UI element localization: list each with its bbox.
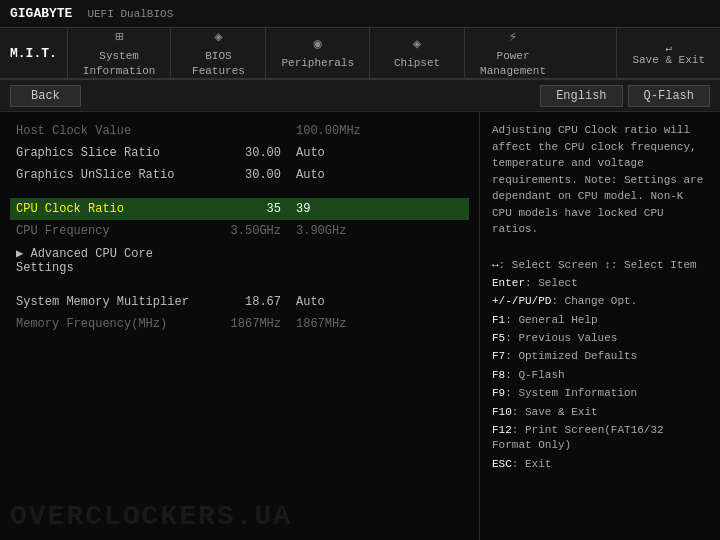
key-desc: : General Help bbox=[505, 314, 597, 326]
nav-bar: M.I.T. ⊞ SystemInformation ◈ BIOSFeature… bbox=[0, 28, 720, 80]
key-desc: : Select Screen ↕: Select Item bbox=[499, 259, 697, 271]
brand-subtitle: UEFI DualBIOS bbox=[87, 8, 173, 20]
setting-row-adv-cpu[interactable]: ▶ Advanced CPU Core Settings bbox=[10, 242, 469, 279]
setting-name-graphics-unslice: Graphics UnSlice Ratio bbox=[16, 168, 216, 182]
tab-save-exit[interactable]: ↵ Save & Exit bbox=[616, 28, 720, 78]
tab-bios-features-label: BIOSFeatures bbox=[192, 49, 245, 78]
key-help-item: ESC: Exit bbox=[492, 457, 708, 472]
setting-name-adv-cpu: ▶ Advanced CPU Core Settings bbox=[16, 246, 216, 275]
key-help-item: F5: Previous Values bbox=[492, 331, 708, 346]
key-desc: : Exit bbox=[512, 458, 552, 470]
watermark: OVERCLOCKERS.UA bbox=[10, 501, 292, 532]
settings-panel: Host Clock Value100.00MHzGraphics Slice … bbox=[0, 112, 480, 540]
key-help-item: F7: Optimized Defaults bbox=[492, 349, 708, 364]
top-bar: GIGABYTE UEFI DualBIOS bbox=[0, 0, 720, 28]
tab-peripherals-label: Peripherals bbox=[281, 56, 354, 70]
setting-row-graphics-unslice[interactable]: Graphics UnSlice Ratio30.00Auto bbox=[10, 164, 469, 186]
key-desc: : Print Screen(FAT16/32 Format Only) bbox=[492, 424, 664, 451]
tab-chipset-label: Chipset bbox=[394, 56, 440, 70]
system-info-icon: ⊞ bbox=[115, 28, 123, 46]
setting-row-cpu-clock-ratio[interactable]: CPU Clock Ratio3539 bbox=[10, 198, 469, 220]
help-panel: Adjusting CPU Clock ratio will affect th… bbox=[480, 112, 720, 540]
tab-chipset[interactable]: ◈ Chipset bbox=[369, 28, 464, 78]
tab-power-label: PowerManagement bbox=[480, 49, 546, 78]
save-exit-icon: ↵ bbox=[665, 41, 672, 54]
spacer-row bbox=[10, 279, 469, 291]
power-icon: ⚡ bbox=[509, 28, 517, 46]
setting-val1-graphics-slice: 30.00 bbox=[216, 146, 296, 160]
main-area: Host Clock Value100.00MHzGraphics Slice … bbox=[0, 112, 720, 540]
language-button[interactable]: English bbox=[540, 85, 622, 107]
setting-name-cpu-freq: CPU Frequency bbox=[16, 224, 216, 238]
key-help-item: F9: System Information bbox=[492, 386, 708, 401]
setting-name-mem-freq: Memory Frequency(MHz) bbox=[16, 317, 216, 331]
setting-val2-cpu-freq: 3.90GHz bbox=[296, 224, 376, 238]
key-desc: : Q-Flash bbox=[505, 369, 564, 381]
mit-label: M.I.T. bbox=[10, 46, 57, 61]
key-desc: : System Information bbox=[505, 387, 637, 399]
settings-list: Host Clock Value100.00MHzGraphics Slice … bbox=[10, 120, 469, 335]
key-label: ↔ bbox=[492, 259, 499, 271]
spacer-row bbox=[10, 186, 469, 198]
setting-row-graphics-slice[interactable]: Graphics Slice Ratio30.00Auto bbox=[10, 142, 469, 164]
key-label: F10 bbox=[492, 406, 512, 418]
key-label: F5 bbox=[492, 332, 505, 344]
key-desc: : Select bbox=[525, 277, 578, 289]
key-label: Enter bbox=[492, 277, 525, 289]
key-help-item: Enter: Select bbox=[492, 276, 708, 291]
setting-val1-cpu-freq: 3.50GHz bbox=[216, 224, 296, 238]
setting-val1-graphics-unslice: 30.00 bbox=[216, 168, 296, 182]
key-label: ESC bbox=[492, 458, 512, 470]
back-button[interactable]: Back bbox=[10, 85, 81, 107]
tab-power-mgmt[interactable]: ⚡ PowerManagement bbox=[464, 28, 561, 78]
tab-peripherals[interactable]: ◉ Peripherals bbox=[265, 28, 369, 78]
setting-val1-mem-freq: 1867MHz bbox=[216, 317, 296, 331]
nav-mit[interactable]: M.I.T. bbox=[0, 28, 67, 78]
tab-bios-features[interactable]: ◈ BIOSFeatures bbox=[170, 28, 265, 78]
key-desc: : Optimized Defaults bbox=[505, 350, 637, 362]
setting-val2-host-clock: 100.00MHz bbox=[296, 124, 376, 138]
key-help-item: F1: General Help bbox=[492, 313, 708, 328]
key-desc: : Save & Exit bbox=[512, 406, 598, 418]
key-help-item: F8: Q-Flash bbox=[492, 368, 708, 383]
help-description: Adjusting CPU Clock ratio will affect th… bbox=[492, 122, 708, 238]
key-help: ↔: Select Screen ↕: Select ItemEnter: Se… bbox=[492, 258, 708, 473]
key-label: F9 bbox=[492, 387, 505, 399]
setting-val2-mem-freq: 1867MHz bbox=[296, 317, 376, 331]
key-label: F7 bbox=[492, 350, 505, 362]
key-label: +/-/PU/PD bbox=[492, 295, 551, 307]
key-label: F1 bbox=[492, 314, 505, 326]
setting-row-mem-freq: Memory Frequency(MHz)1867MHz1867MHz bbox=[10, 313, 469, 335]
setting-val1-cpu-clock-ratio: 35 bbox=[216, 202, 296, 216]
setting-row-sys-mem-mult[interactable]: System Memory Multiplier18.67Auto bbox=[10, 291, 469, 313]
key-help-item: +/-/PU/PD: Change Opt. bbox=[492, 294, 708, 309]
action-bar: Back English Q-Flash bbox=[0, 80, 720, 112]
qflash-button[interactable]: Q-Flash bbox=[628, 85, 710, 107]
key-label: F8 bbox=[492, 369, 505, 381]
key-label: F12 bbox=[492, 424, 512, 436]
setting-val2-graphics-unslice: Auto bbox=[296, 168, 376, 182]
key-help-item: ↔: Select Screen ↕: Select Item bbox=[492, 258, 708, 273]
brand-name: GIGABYTE bbox=[10, 6, 72, 21]
setting-name-graphics-slice: Graphics Slice Ratio bbox=[16, 146, 216, 160]
setting-val1-sys-mem-mult: 18.67 bbox=[216, 295, 296, 309]
tab-system-info[interactable]: ⊞ SystemInformation bbox=[67, 28, 171, 78]
key-desc: : Previous Values bbox=[505, 332, 617, 344]
setting-val2-graphics-slice: Auto bbox=[296, 146, 376, 160]
tab-system-info-label: SystemInformation bbox=[83, 49, 156, 78]
setting-val2-sys-mem-mult: Auto bbox=[296, 295, 376, 309]
setting-name-cpu-clock-ratio: CPU Clock Ratio bbox=[16, 202, 216, 216]
setting-name-host-clock: Host Clock Value bbox=[16, 124, 216, 138]
key-help-item: F12: Print Screen(FAT16/32 Format Only) bbox=[492, 423, 708, 454]
key-desc: : Change Opt. bbox=[551, 295, 637, 307]
tab-save-exit-label: Save & Exit bbox=[632, 54, 705, 66]
setting-row-host-clock: Host Clock Value100.00MHz bbox=[10, 120, 469, 142]
bios-features-icon: ◈ bbox=[214, 28, 222, 46]
setting-name-sys-mem-mult: System Memory Multiplier bbox=[16, 295, 216, 309]
setting-val2-cpu-clock-ratio: 39 bbox=[296, 202, 376, 216]
peripherals-icon: ◉ bbox=[314, 35, 322, 53]
setting-row-cpu-freq: CPU Frequency3.50GHz3.90GHz bbox=[10, 220, 469, 242]
chipset-icon: ◈ bbox=[413, 35, 421, 53]
key-help-item: F10: Save & Exit bbox=[492, 405, 708, 420]
